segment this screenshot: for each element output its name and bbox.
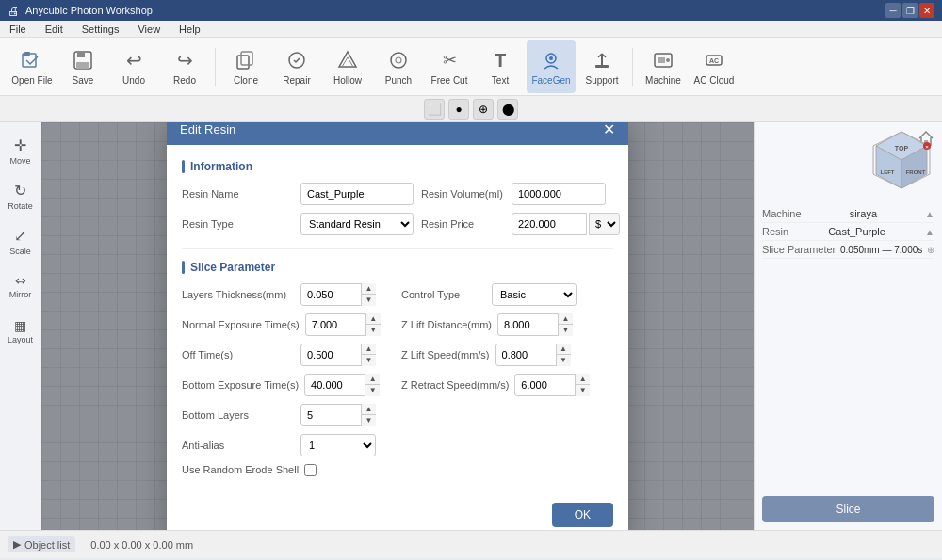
off-time-spinner-btns: ▲ ▼	[361, 344, 376, 366]
control-type-select[interactable]: Basic	[492, 283, 577, 306]
title-bar-left: 🖨 Anycubic Photon Workshop	[8, 4, 153, 18]
layers-thickness-down[interactable]: ▼	[362, 295, 376, 306]
svg-point-21	[666, 58, 670, 62]
toolbar-clone[interactable]: Clone	[221, 40, 270, 93]
sidebar-layout[interactable]: ▦ Layout	[2, 311, 40, 352]
resin-volume-input[interactable]	[512, 183, 606, 205]
control-type-label: Control Type	[401, 289, 486, 300]
modal-close-button[interactable]: ✕	[603, 122, 615, 137]
menu-help[interactable]: Help	[177, 24, 203, 35]
off-time-down[interactable]: ▼	[362, 355, 376, 366]
sidebar-rotate[interactable]: ↻ Rotate	[2, 175, 40, 216]
menu-edit[interactable]: Edit	[43, 24, 65, 35]
punch-label: Punch	[385, 75, 412, 86]
undo-icon: ↩	[121, 47, 147, 73]
z-lift-speed-down[interactable]: ▼	[557, 355, 571, 366]
restore-button[interactable]: ❐	[902, 3, 918, 18]
svg-rect-4	[77, 52, 85, 57]
normal-exposure-up[interactable]: ▲	[366, 313, 381, 326]
sub-tool-select[interactable]: ⬜	[424, 99, 445, 120]
chevron-down-icon: ▶	[13, 538, 21, 551]
toolbar-open-file[interactable]: Open File	[8, 40, 57, 93]
toolbar-save[interactable]: Save	[58, 40, 107, 93]
resin-price-input[interactable]	[512, 213, 587, 235]
close-button[interactable]: ✕	[919, 3, 934, 18]
open-file-icon	[19, 47, 45, 73]
toolbar-facegen[interactable]: FaceGen	[527, 40, 576, 93]
bottom-layers-row: Bottom Layers ▲ ▼	[182, 404, 394, 426]
svg-rect-20	[658, 57, 665, 63]
slice-param-row: Slice Parameter 0.050mm — 7.000s ⊕	[762, 241, 934, 259]
svg-text:LEFT: LEFT	[881, 169, 895, 175]
currency-select[interactable]: $	[589, 213, 620, 235]
toolbar: Open File Save ↩ Undo ↪ Redo Clone	[0, 38, 942, 96]
toolbar-repair[interactable]: Repair	[272, 40, 321, 93]
facegen-icon	[538, 47, 564, 73]
machine-value: siraya	[850, 208, 877, 219]
z-lift-distance-up[interactable]: ▲	[559, 313, 573, 326]
ok-button[interactable]: OK	[552, 503, 613, 527]
machine-collapse-icon[interactable]: ▲	[925, 209, 934, 219]
object-list-button[interactable]: ▶ Object list	[8, 536, 75, 552]
sub-tool-circle[interactable]: ●	[448, 99, 469, 120]
resin-type-select[interactable]: Standard Resin	[300, 213, 414, 235]
anti-alias-row: Anti-alias 1	[182, 434, 394, 456]
title-bar: 🖨 Anycubic Photon Workshop ─ ❐ ✕	[0, 0, 942, 21]
z-retract-speed-down[interactable]: ▼	[576, 385, 590, 396]
bottom-exposure-up[interactable]: ▲	[365, 374, 380, 386]
resin-collapse-icon[interactable]: ▲	[925, 227, 934, 237]
minimize-button[interactable]: ─	[885, 3, 901, 18]
sidebar-scale[interactable]: ⤢ Scale	[2, 220, 40, 262]
bottom-exposure-down[interactable]: ▼	[365, 385, 380, 396]
toolbar-hollow[interactable]: Hollow	[323, 40, 372, 93]
z-lift-distance-spinner: ▲ ▼	[497, 313, 573, 336]
app-title: Anycubic Photon Workshop	[25, 5, 153, 16]
repair-label: Repair	[283, 75, 310, 86]
layers-thickness-spinner-btns: ▲ ▼	[361, 283, 376, 306]
bottom-exposure-label: Bottom Exposure Time(s)	[182, 379, 299, 391]
toolbar-machine[interactable]: Machine	[639, 40, 688, 93]
toolbar-undo[interactable]: ↩ Undo	[109, 40, 158, 93]
canvas-area[interactable]: ANYCUBI Edit Resin ✕ Information Resi	[41, 122, 754, 530]
z-lift-speed-up[interactable]: ▲	[557, 344, 571, 356]
menu-settings[interactable]: Settings	[80, 24, 122, 35]
random-erode-checkbox[interactable]	[304, 464, 317, 476]
sidebar-mirror[interactable]: ⇔ Mirror	[2, 265, 40, 307]
resin-type-label: Resin Type	[182, 218, 295, 230]
nav-cube[interactable]: TOP FRONT LEFT ×	[869, 127, 934, 193]
anti-alias-select[interactable]: 1	[300, 434, 376, 456]
sub-tool-dot[interactable]: ⬤	[497, 99, 518, 120]
save-icon	[70, 47, 96, 73]
toolbar-punch[interactable]: Punch	[374, 40, 423, 93]
resin-price-wrap: $	[512, 213, 620, 235]
bottom-layers-up[interactable]: ▲	[362, 404, 376, 416]
modal-overlay: Edit Resin ✕ Information Resin Name	[41, 122, 754, 530]
slice-param-expand-icon[interactable]: ⊕	[927, 245, 934, 255]
layers-thickness-label: Layers Thickness(mm)	[182, 289, 295, 300]
resin-name-input[interactable]	[300, 183, 414, 205]
z-lift-speed-label: Z Lift Speed(mm/s)	[401, 349, 490, 360]
normal-exposure-down[interactable]: ▼	[366, 325, 381, 336]
off-time-up[interactable]: ▲	[362, 344, 376, 356]
svg-point-14	[549, 56, 553, 60]
toolbar-support[interactable]: Support	[577, 40, 626, 93]
toolbar-ac-cloud[interactable]: AC AC Cloud	[690, 40, 739, 93]
bottom-layers-down[interactable]: ▼	[362, 415, 376, 426]
viewport-cube-area: TOP FRONT LEFT ×	[755, 122, 942, 198]
slice-button[interactable]: Slice	[762, 496, 934, 522]
toolbar-redo[interactable]: ↪ Redo	[160, 40, 209, 93]
sidebar-move[interactable]: ✛ Move	[2, 130, 40, 171]
redo-label: Redo	[173, 75, 196, 86]
z-lift-speed-spinner-btns: ▲ ▼	[556, 344, 571, 366]
toolbar-text[interactable]: T Text	[476, 40, 525, 93]
bottom-layers-label: Bottom Layers	[182, 409, 295, 421]
bottom-layers-spinner: ▲ ▼	[300, 404, 376, 426]
toolbar-free-cut[interactable]: ✂ Free Cut	[425, 40, 474, 93]
layers-thickness-up[interactable]: ▲	[362, 283, 376, 296]
menu-file[interactable]: File	[8, 24, 28, 35]
sub-tool-crosshair[interactable]: ⊕	[473, 99, 494, 120]
z-lift-distance-down[interactable]: ▼	[559, 325, 573, 336]
z-retract-speed-up[interactable]: ▲	[576, 374, 590, 386]
repair-icon	[284, 47, 310, 73]
menu-view[interactable]: View	[136, 24, 162, 35]
